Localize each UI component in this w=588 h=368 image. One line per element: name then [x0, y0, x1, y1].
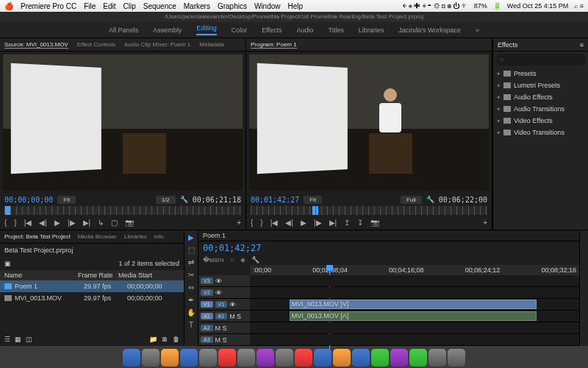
fx-lumetri[interactable]: Lumetri Presets	[493, 79, 588, 91]
dock-app[interactable]	[180, 349, 198, 367]
step-fwd-icon[interactable]: |▶	[314, 219, 322, 227]
status-icons[interactable]: ◐ ⊕ ✱ ◉ ☁ ⚙ ⊡ ⊞ ⏻ ᯤ	[403, 2, 468, 10]
track-select-icon[interactable]: ⬚	[188, 246, 195, 254]
tab-audio-mixer[interactable]: Audio Clip Mixer: Poem 1	[124, 41, 190, 48]
audio-meter[interactable]	[579, 230, 588, 346]
timeline-ruler[interactable]: :00;00 00;02;08;04 00;04;16;08 00;06;24;…	[250, 265, 579, 275]
ws-audio[interactable]: Audio	[297, 26, 314, 34]
panel-menu-icon[interactable]: ≡	[580, 41, 584, 48]
dock-spotify[interactable]	[409, 349, 427, 367]
source-viewer[interactable]	[3, 54, 243, 190]
sequence-name[interactable]: Poem 1	[203, 232, 226, 239]
step-back-icon[interactable]: ◀|	[285, 219, 293, 227]
battery-pct[interactable]: 87%	[474, 2, 487, 10]
ws-editing[interactable]: Editing	[196, 24, 217, 35]
apple-menu-icon[interactable]: 🍎	[4, 2, 13, 10]
extract-icon[interactable]: ↧	[357, 219, 363, 227]
step-back-icon[interactable]: ◀|	[39, 219, 47, 227]
dock-trash[interactable]	[448, 349, 465, 367]
add-button-icon[interactable]: +	[237, 219, 241, 227]
timeline-tc[interactable]: 00;01;42;27	[203, 243, 261, 253]
menu-clip[interactable]: Clip	[123, 2, 136, 10]
program-tc-out[interactable]: 00;06;22;00	[439, 196, 487, 204]
source-tc-in[interactable]: 00;00;00;00	[4, 196, 53, 204]
mark-out-icon[interactable]: }	[260, 219, 262, 227]
mark-out-icon[interactable]: }	[14, 219, 16, 227]
ws-color[interactable]: Color	[232, 26, 248, 34]
spotlight-icon[interactable]: ⌕ ≡	[574, 2, 584, 10]
export-frame-icon[interactable]: 📷	[370, 219, 379, 227]
fx-audio-effects[interactable]: Audio Effects	[493, 91, 588, 103]
datetime[interactable]: Wed Oct 25 4:15 PM	[507, 2, 568, 10]
toggle-output-icon[interactable]: 👁	[215, 289, 222, 297]
dock-word[interactable]	[352, 349, 370, 367]
export-frame-icon[interactable]: 📷	[125, 219, 134, 227]
dock-premiere[interactable]	[390, 349, 408, 367]
freeform-icon[interactable]: ◫	[26, 336, 32, 343]
add-button-icon[interactable]: +	[483, 219, 487, 227]
dock-app[interactable]	[218, 349, 236, 367]
source-res[interactable]: 1/2	[156, 196, 176, 204]
bin-icon[interactable]: ▣	[4, 260, 11, 267]
marker-icon[interactable]: ◈	[240, 256, 245, 263]
a1-patch[interactable]: A1	[201, 313, 213, 319]
next-icon[interactable]: ▶|	[329, 219, 337, 227]
tab-effect-controls[interactable]: Effect Controls	[77, 41, 115, 48]
track-a1[interactable]: A1A1M SMVI_0013.MOV [A]	[198, 311, 579, 322]
play-icon[interactable]: ▶	[54, 219, 60, 227]
razor-tool-icon[interactable]: ✂	[188, 271, 194, 279]
new-item-icon[interactable]: 🗎	[162, 336, 168, 343]
tab-media-browser[interactable]: Media Browser	[78, 233, 117, 240]
ws-titles[interactable]: Titles	[329, 26, 344, 34]
dock-excel[interactable]	[371, 349, 389, 367]
hand-tool-icon[interactable]: ✋	[187, 308, 196, 316]
track-v1[interactable]: V1V1👁MVI_0013.MOV [V]	[198, 299, 579, 311]
wrench-icon[interactable]: 🔧	[180, 196, 188, 203]
selection-tool-icon[interactable]: ▶	[188, 233, 194, 241]
v1-patch[interactable]: V1	[201, 301, 213, 308]
lift-icon[interactable]: ↥	[344, 219, 350, 227]
list-view-icon[interactable]: ☰	[4, 336, 10, 343]
source-scrubber[interactable]	[4, 206, 241, 215]
slip-tool-icon[interactable]: ⇔	[188, 283, 194, 291]
track-v2[interactable]: V2👁	[198, 287, 579, 299]
fx-video-effects[interactable]: Video Effects	[493, 115, 588, 127]
dock-app[interactable]	[161, 349, 179, 367]
icon-view-icon[interactable]: ▦	[15, 336, 21, 343]
program-viewer[interactable]	[249, 54, 489, 190]
dock-app[interactable]	[237, 349, 255, 367]
effects-title[interactable]: Effects	[498, 41, 517, 48]
play-icon[interactable]: ▶	[301, 219, 306, 227]
tab-info[interactable]: Info	[154, 233, 164, 240]
dock-safari[interactable]	[142, 349, 159, 367]
tab-source[interactable]: Source: MVI_0013.MOV	[4, 41, 68, 49]
program-fit[interactable]: Fit	[304, 196, 322, 204]
ws-effects[interactable]: Effects	[262, 26, 282, 34]
fx-audio-trans[interactable]: Audio Transitions	[493, 103, 588, 115]
fx-video-trans[interactable]: Video Transitions	[493, 127, 588, 138]
program-scrubber[interactable]	[251, 206, 487, 215]
menu-help[interactable]: Help	[288, 2, 304, 10]
project-row-sequence[interactable]: Poem 1 29.97 fps 00;00;00;00	[0, 280, 184, 292]
ws-overflow-icon[interactable]: »	[476, 26, 479, 34]
toggle-output-icon[interactable]: 👁	[215, 277, 222, 285]
dock-app[interactable]	[314, 349, 331, 367]
prev-icon[interactable]: |◀	[24, 219, 32, 227]
menu-window[interactable]: Window	[254, 2, 281, 10]
tab-project[interactable]: Project: Beta Test Project	[4, 233, 71, 240]
wrench-icon[interactable]: 🔧	[426, 196, 434, 203]
snap-icon[interactable]: �магн	[203, 256, 223, 263]
settings-icon[interactable]: 🔧	[251, 256, 259, 263]
dock-app[interactable]	[333, 349, 351, 367]
track-a3[interactable]: A3M S	[198, 334, 579, 346]
menu-graphics[interactable]: Graphics	[218, 2, 247, 10]
mark-in-icon[interactable]: {	[251, 219, 253, 227]
ws-all-panels[interactable]: All Panels	[109, 26, 138, 34]
track-v3[interactable]: V3👁	[198, 275, 579, 287]
dock-finder[interactable]	[123, 349, 140, 367]
audio-clip[interactable]: MVI_0013.MOV [A]	[290, 311, 537, 321]
step-fwd-icon[interactable]: |▶	[68, 219, 76, 227]
menu-markers[interactable]: Markers	[184, 2, 210, 10]
menu-file[interactable]: File	[84, 2, 96, 10]
project-columns[interactable]: Name Frame Rate Media Start	[0, 270, 184, 280]
